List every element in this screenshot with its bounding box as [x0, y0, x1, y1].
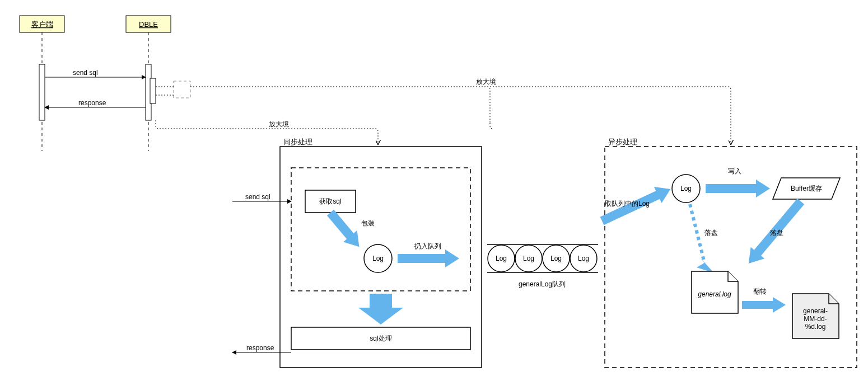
- svg-marker-6: [706, 180, 770, 197]
- magnifier-path-left: [156, 120, 378, 144]
- activation-client: [39, 64, 45, 120]
- log-queue: Log Log Log Log generalLog队列: [487, 244, 598, 288]
- actor-client-label: 客户端: [31, 20, 53, 29]
- zoom-source-box: [174, 81, 190, 98]
- sync-log-label: Log: [372, 255, 384, 262]
- file-rotated: general- MM-dd- %d.log: [792, 294, 839, 338]
- queue-item-3-label: Log: [550, 255, 562, 262]
- flush1-label: 落盘: [704, 229, 718, 237]
- get-sql-label: 获取sql: [319, 197, 341, 205]
- queue-item-2-label: Log: [523, 255, 534, 262]
- msg-response-label: response: [78, 99, 106, 107]
- rotate-label: 翻转: [753, 288, 767, 295]
- magnifier-label-left: 放大境: [269, 120, 289, 128]
- file-rotated-line3: %d.log: [805, 323, 826, 331]
- magnifier-path-left-upper: [190, 87, 490, 123]
- sequence-diagram: 客户端 DBLE send sql response: [20, 16, 190, 151]
- magnifier-path-right: [490, 87, 731, 144]
- buffer-label: Buffer缓存: [791, 185, 822, 192]
- queue-name: generalLog队列: [519, 280, 566, 288]
- sync-block: 同步处理 send sql 获取sql 包装 Log 扔入队列 sql处理: [232, 138, 482, 368]
- async-log-label: Log: [680, 185, 692, 192]
- async-block: 异步处理 取队列中的Log Log 写入 Buffer缓存 落盘 落盘: [598, 138, 857, 368]
- actor-dble-label: DBLE: [139, 20, 158, 29]
- magnifier-label-right: 放大境: [476, 78, 496, 86]
- async-title: 异步处理: [608, 138, 637, 146]
- dequeue-label: 取队列中的Log: [605, 200, 650, 208]
- write-label: 写入: [728, 167, 741, 175]
- enqueue-label: 扔入队列: [414, 242, 441, 250]
- arrow-rotate: [742, 297, 786, 313]
- queue-item-1-label: Log: [496, 255, 507, 262]
- magnifier-corner: [490, 123, 493, 129]
- flush2-label: 落盘: [770, 229, 783, 237]
- arrow-flush-dash: [690, 204, 714, 273]
- sync-outbound-label: response: [246, 344, 274, 352]
- wrap-label: 包装: [361, 219, 375, 227]
- queue-item-4-label: Log: [578, 255, 589, 262]
- diagram-canvas: 客户端 DBLE send sql response 放大境 放大境 同步处理 …: [0, 0, 868, 372]
- msg-send-sql-label: send sql: [73, 69, 98, 77]
- sql-process-label: sql处理: [370, 335, 391, 342]
- file-general: general.log: [692, 271, 738, 313]
- file-rotated-line1: general-: [803, 307, 828, 315]
- arrow-write: [706, 180, 770, 197]
- sync-inbound-label: send sql: [245, 193, 270, 201]
- svg-marker-8: [697, 256, 714, 273]
- file-rotated-line2: MM-dd-: [804, 315, 827, 323]
- svg-line-7: [690, 204, 704, 263]
- activation-dble-inner: [150, 78, 156, 103]
- sync-title: 同步处理: [283, 138, 312, 146]
- file-general-label: general.log: [698, 290, 731, 298]
- svg-marker-10: [742, 297, 786, 313]
